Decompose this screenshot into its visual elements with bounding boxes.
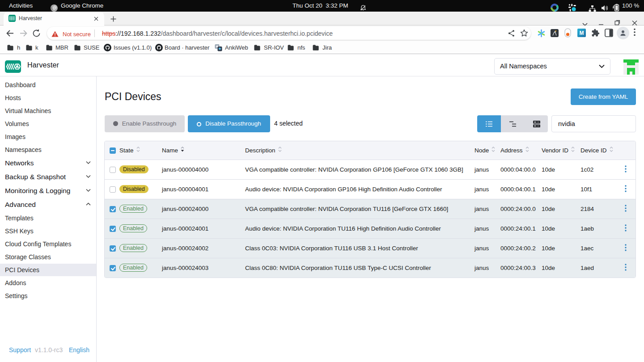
- svg-text:M: M: [580, 30, 584, 36]
